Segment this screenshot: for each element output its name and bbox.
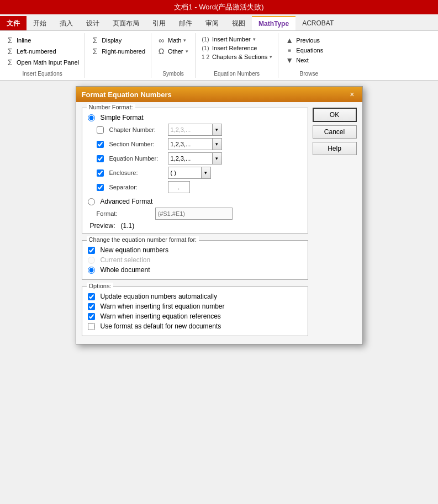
help-button[interactable]: Help — [313, 142, 357, 155]
section-number-row: Section Number: ▾ — [97, 138, 302, 150]
tab-acrobat[interactable]: ACROBAT — [295, 16, 340, 30]
dialog-right-panel: OK Cancel Help — [313, 108, 357, 338]
dialog-left-panel: Number Format: Simple Format Chapter Num… — [82, 108, 308, 338]
format-equation-dialog: Format Equation Numbers × Number Format:… — [76, 86, 363, 344]
new-equation-label: New equation numbers — [101, 246, 168, 254]
next-label: Next — [296, 57, 309, 63]
current-selection-label: Current selection — [101, 256, 151, 264]
number-format-group: Number Format: Simple Format Chapter Num… — [82, 108, 308, 234]
new-equation-row: New equation numbers — [88, 246, 302, 254]
change-format-title: Change the equation number format for: — [87, 236, 199, 243]
ribbon-open-math[interactable]: Σ Open Math Input Panel — [3, 57, 81, 67]
dialog-title-bar: Format Equation Numbers × — [76, 87, 362, 102]
section-number-label: Section Number: — [109, 141, 165, 147]
ribbon-right-numbered[interactable]: Σ Right-numbered — [88, 46, 147, 56]
tab-view[interactable]: 视图 — [225, 16, 252, 30]
display-label: Display — [102, 37, 122, 44]
math-icon: ∞ — [157, 36, 166, 45]
equation-number-select: ▾ — [168, 152, 222, 165]
equations-label: Equations — [296, 47, 323, 54]
ribbon-next[interactable]: ▼ Next — [283, 55, 335, 65]
ribbon-chapters-sections[interactable]: 1 2 Chapters & Sections ▾ — [199, 53, 275, 61]
tab-pagelayout[interactable]: 页面布局 — [106, 16, 146, 30]
enclosure-checkbox[interactable] — [97, 169, 104, 177]
tab-insert[interactable]: 插入 — [53, 16, 80, 30]
option3-label: Warn when inserting equation references — [101, 312, 221, 320]
number-format-title: Number Format: — [87, 104, 135, 110]
option4-label: Use format as default for new documents — [101, 322, 221, 330]
option3-checkbox[interactable] — [88, 313, 95, 320]
separator-input[interactable] — [168, 181, 190, 193]
ribbon-left-numbered[interactable]: Σ Left-numbered — [3, 46, 81, 56]
enclosure-input[interactable] — [168, 167, 201, 179]
enclosure-dropdown[interactable]: ▾ — [201, 167, 211, 179]
ribbon-math[interactable]: ∞ Math ▾ — [155, 35, 192, 45]
equation-number-checkbox[interactable] — [97, 155, 104, 162]
option4-row: Use format as default for new documents — [88, 322, 302, 330]
equation-number-input[interactable] — [168, 152, 212, 165]
option2-label: Warn when inserting first equation numbe… — [101, 303, 225, 310]
section-number-dropdown[interactable]: ▾ — [212, 138, 222, 150]
equation-numbers-label: Equation Numbers — [199, 71, 275, 78]
ribbon-previous[interactable]: ▲ Previous — [283, 35, 335, 45]
option2-row: Warn when inserting first equation numbe… — [88, 303, 302, 310]
symbols-label: Symbols — [155, 71, 192, 78]
tab-ref[interactable]: 引用 — [146, 16, 172, 30]
other-icon: Ω — [157, 47, 166, 56]
dialog-body: Number Format: Simple Format Chapter Num… — [76, 102, 362, 344]
open-math-icon: Σ — [6, 58, 14, 67]
ribbon-other[interactable]: Ω Other ▾ — [155, 46, 192, 56]
option4-checkbox[interactable] — [88, 323, 95, 330]
current-selection-row: Current selection — [88, 256, 302, 264]
dialog-overlay: Format Equation Numbers × Number Format:… — [0, 81, 438, 504]
simple-format-radio[interactable] — [88, 114, 95, 121]
chapter-number-dropdown[interactable]: ▾ — [212, 124, 222, 136]
tab-start[interactable]: 开始 — [27, 16, 53, 30]
right-numbered-icon: Σ — [91, 47, 99, 56]
chapter-number-input[interactable] — [168, 124, 212, 136]
left-numbered-label: Left-numbered — [17, 48, 56, 55]
equation-number-row: Equation Number: ▾ — [97, 152, 302, 165]
format-input[interactable] — [155, 208, 233, 220]
insert-number-label: Insert Number — [212, 36, 251, 43]
whole-document-radio[interactable] — [88, 267, 95, 274]
option2-checkbox[interactable] — [88, 303, 95, 310]
insert-equations-label: Insert Equations — [3, 71, 81, 78]
preview-row: Preview: (1.1) — [90, 222, 302, 230]
ribbon-insert-number[interactable]: (1) Insert Number ▾ — [199, 35, 275, 43]
option1-label: Update equation numbers automatically — [101, 293, 217, 300]
ribbon-display[interactable]: Σ Display — [88, 35, 147, 45]
tab-file[interactable]: 文件 — [0, 16, 27, 30]
chapter-number-select: ▾ — [168, 124, 222, 136]
section-number-input[interactable] — [168, 138, 212, 150]
tab-review[interactable]: 审阅 — [199, 16, 225, 30]
change-format-group: Change the equation number format for: N… — [82, 240, 308, 280]
ok-button[interactable]: OK — [313, 108, 357, 122]
browse-label: Browse — [283, 71, 335, 78]
enclosure-label: Enclosure: — [109, 169, 165, 176]
tab-mathtype[interactable]: MathType — [252, 16, 295, 30]
chapter-number-checkbox[interactable] — [97, 126, 104, 134]
advanced-format-radio[interactable] — [88, 198, 95, 205]
cancel-button[interactable]: Cancel — [313, 125, 357, 139]
simple-format-row: Simple Format — [88, 114, 302, 121]
new-equation-checkbox[interactable] — [88, 247, 95, 254]
ribbon-inline[interactable]: Σ Inline — [3, 35, 81, 45]
dialog-close-button[interactable]: × — [347, 90, 356, 99]
separator-checkbox[interactable] — [97, 184, 104, 191]
ribbon-equations[interactable]: ≡ Equations — [283, 46, 335, 54]
section-number-checkbox[interactable] — [97, 141, 104, 148]
tab-mail[interactable]: 邮件 — [172, 16, 199, 30]
tab-design[interactable]: 设计 — [80, 16, 106, 30]
whole-document-row: Whole document — [88, 266, 302, 274]
left-numbered-icon: Σ — [6, 47, 14, 56]
title-text: 文档1 - Word(产品激活失败) — [174, 3, 263, 11]
enclosure-select: ▾ — [168, 167, 211, 179]
title-bar: 文档1 - Word(产品激活失败) — [0, 0, 438, 14]
other-arrow-icon: ▾ — [186, 49, 188, 54]
insert-number-arrow-icon: ▾ — [253, 36, 256, 42]
options-group: Options: Update equation numbers automat… — [82, 287, 308, 336]
ribbon-insert-reference[interactable]: (1) Insert Reference — [199, 44, 275, 52]
equation-number-dropdown[interactable]: ▾ — [212, 152, 222, 165]
option1-checkbox[interactable] — [88, 293, 95, 300]
